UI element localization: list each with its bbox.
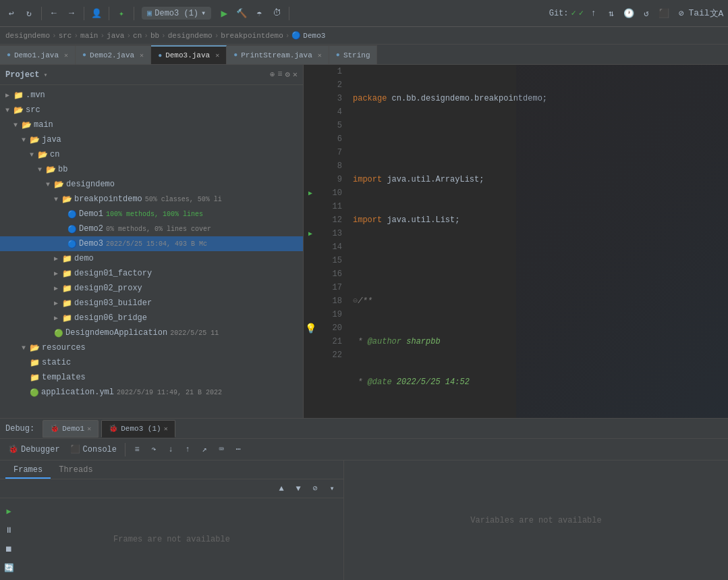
build-btn[interactable]: 🔨 — [234, 6, 249, 21]
back-btn[interactable]: ← — [47, 6, 61, 21]
bc-designdemo2[interactable]: designdemo — [168, 32, 213, 40]
tree-design06-folder: 📁 — [62, 313, 72, 323]
code-line-7: * @author sharpbb — [347, 335, 728, 348]
terminal-icon[interactable]: ⬛ — [656, 6, 671, 21]
tab-demo1-close[interactable]: ✕ — [64, 51, 68, 59]
bc-main[interactable]: main — [80, 32, 98, 40]
tree-mvn[interactable]: ▶ 📁 .mvn — [0, 88, 303, 103]
gutter-8 — [304, 159, 317, 173]
project-dropdown-icon[interactable]: ▾ — [43, 71, 47, 79]
console-tab[interactable]: ⬛ Console — [66, 442, 121, 457]
tree-cn[interactable]: ▼ 📂 cn — [0, 147, 303, 162]
debug-format-btn[interactable]: ≡ — [130, 442, 144, 457]
debug-session-demo1-icon: 🐞 — [50, 424, 59, 433]
frames-down-btn[interactable]: ▼ — [291, 481, 306, 496]
tab-printstream-close[interactable]: ✕ — [318, 51, 322, 59]
frames-settings-btn[interactable]: ▾ — [325, 481, 339, 496]
debug-session-demo3-close[interactable]: ✕ — [164, 425, 168, 433]
tree-templates[interactable]: 📁 templates — [0, 370, 303, 385]
stop-debug-btn[interactable]: ⏹ — [1, 542, 16, 556]
stop-btn[interactable]: ⊘ — [674, 6, 689, 21]
debug-evaluate-btn[interactable]: ⌨ — [214, 442, 229, 457]
tree-demo[interactable]: ▶ 📁 demo — [0, 251, 303, 266]
tab-demo1[interactable]: ● Demo1.java ✕ — [0, 45, 76, 64]
tree-demo3[interactable]: 🔵 Demo3 2022/5/25 15:04, 493 B Mc — [0, 236, 303, 251]
play-button[interactable]: ▶ — [217, 6, 231, 21]
bc-breakpointdemo[interactable]: breakpointdemo — [221, 32, 283, 40]
restart-btn[interactable]: 🔄 — [1, 560, 16, 575]
code-content[interactable]: package cn.bb.designdemo.breakpointdemo;… — [347, 65, 728, 418]
debug-run-to-btn[interactable]: ↗ — [197, 442, 212, 457]
project-gear-icon[interactable]: ✕ — [293, 70, 298, 80]
run-config-selector[interactable]: ▣ Demo3 (1) ▾ — [142, 7, 211, 20]
tree-breakpointdemo[interactable]: ▼ 📂 breakpointdemo 50% classes, 50% li — [0, 192, 303, 207]
tree-app[interactable]: 🟢 DesigndemoApplication 2022/5/25 11 — [0, 325, 303, 340]
tab-demo2-close[interactable]: ✕ — [140, 51, 144, 59]
bc-designdemo[interactable]: designdemo — [5, 32, 50, 40]
tree-main[interactable]: ▼ 📂 main — [0, 117, 303, 132]
tree-resources[interactable]: ▼ 📂 resources — [0, 340, 303, 355]
undo-btn[interactable]: ↩ — [4, 6, 19, 21]
git-fetch-btn[interactable]: ⇅ — [604, 6, 619, 21]
tree-java[interactable]: ▼ 📂 java — [0, 132, 303, 147]
debug-step-out-btn[interactable]: ↑ — [180, 442, 195, 457]
coverage-btn[interactable]: ☂ — [252, 6, 267, 21]
git-revert-btn[interactable]: ↺ — [639, 6, 654, 21]
tab-demo3[interactable]: ● Demo3.java ✕ — [151, 45, 227, 64]
tree-src[interactable]: ▼ 📂 src — [0, 103, 303, 117]
debug-session-demo1-close[interactable]: ✕ — [87, 425, 91, 433]
cursor-btn[interactable]: ✦ — [114, 6, 129, 21]
debug-session-demo1[interactable]: 🐞 Demo1 ✕ — [43, 420, 99, 438]
sep4 — [134, 7, 134, 20]
git-history-btn[interactable]: 🕐 — [621, 6, 636, 21]
tab-demo1-label: Demo1.java — [14, 51, 59, 59]
bc-demo3[interactable]: Demo3 — [303, 32, 325, 40]
bc-java[interactable]: java — [107, 32, 124, 40]
tree-demo1[interactable]: 🔵 Demo1 100% methods, 100% lines — [0, 207, 303, 221]
project-add-icon[interactable]: ⊕ — [270, 70, 275, 80]
code-editor[interactable]: ▶ ▶ 💡 1 2 3 4 5 6 — [304, 65, 728, 418]
tail-label-btn[interactable]: Tail — [692, 6, 706, 21]
tree-bb-arrow: ▼ — [38, 166, 46, 174]
resume-btn[interactable]: ▶ — [1, 504, 16, 519]
debug-step-over-btn[interactable]: ↷ — [146, 442, 161, 457]
tree-static[interactable]: 📁 static — [0, 355, 303, 370]
frames-filter-btn[interactable]: ⊘ — [308, 481, 323, 496]
tab-demo3-close[interactable]: ✕ — [215, 51, 219, 59]
tab-printstream[interactable]: ● PrintStream.java ✕ — [227, 45, 329, 64]
tree-demo2[interactable]: 🔵 Demo2 0% methods, 0% lines cover — [0, 221, 303, 236]
debug-step-into-btn[interactable]: ↓ — [163, 442, 178, 457]
debug-session-demo3[interactable]: 🐞 Demo3 (1) ✕ — [101, 420, 175, 438]
frames-up-btn[interactable]: ▲ — [274, 481, 289, 496]
git-push-btn[interactable]: ↑ — [586, 6, 601, 21]
git-check2-icon[interactable]: ✓ — [579, 8, 584, 18]
bc-cn[interactable]: cn — [133, 32, 142, 40]
profile-btn[interactable]: ⏱ — [269, 6, 284, 21]
debug-more-btn[interactable]: ⋯ — [231, 442, 246, 457]
tree-design06[interactable]: ▶ 📁 design06_bridge — [0, 311, 303, 325]
project-collapse-icon[interactable]: ≡ — [277, 70, 282, 80]
pause-btn[interactable]: ⏸ — [1, 523, 16, 537]
tree-design02[interactable]: ▶ 📁 design02_proxy — [0, 281, 303, 296]
tree-designdemo[interactable]: ▼ 📂 designdemo — [0, 177, 303, 192]
project-settings-icon[interactable]: ⚙ — [285, 70, 290, 80]
tab-frames[interactable]: Frames — [5, 463, 51, 479]
debugger-tab[interactable]: 🐞 Debugger — [4, 442, 64, 457]
refresh-btn[interactable]: ↻ — [22, 6, 36, 21]
tree-bb[interactable]: ▼ 📂 bb — [0, 162, 303, 177]
forward-btn[interactable]: → — [64, 6, 79, 21]
git-check-icon[interactable]: ✓ — [571, 8, 576, 18]
tab-threads[interactable]: Threads — [51, 463, 101, 479]
left-debug-icons: ▶ ⏸ ⏹ 🔄 — [0, 501, 18, 578]
translate-btn[interactable]: 文A — [709, 6, 724, 21]
add-btn[interactable]: 👤 — [89, 6, 104, 21]
tab-string[interactable]: ● String — [329, 45, 378, 64]
tab-demo2[interactable]: ● Demo2.java ✕ — [76, 45, 151, 64]
bc-bb[interactable]: bb — [150, 32, 159, 40]
project-tree: ▶ 📁 .mvn ▼ 📂 src ▼ 📂 main ▼ — [0, 85, 303, 418]
run-config-arrow: ▾ — [201, 8, 206, 18]
tree-appyml[interactable]: 🟢 application.yml 2022/5/19 11:49, 21 B … — [0, 385, 303, 400]
tree-design03[interactable]: ▶ 📁 design03_builder — [0, 296, 303, 311]
bc-src[interactable]: src — [59, 32, 72, 40]
tree-design01[interactable]: ▶ 📁 design01_factory — [0, 266, 303, 281]
